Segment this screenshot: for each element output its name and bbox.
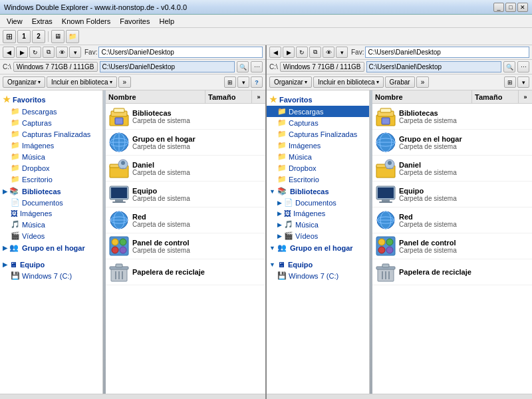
left-sidebar-item-musica2[interactable]: 🎵 Música (0, 219, 102, 230)
table-row[interactable]: Daniel Carpeta de sistema (106, 156, 265, 182)
right-sidebar-item-escritorio[interactable]: 📁 Escritorio (267, 174, 369, 185)
table-row[interactable]: Panel de control Carpeta de sistema (372, 233, 532, 259)
right-sidebar-favorites-header[interactable]: ★ Favoritos (267, 93, 369, 106)
right-path-extra-btn[interactable]: ⋯ (517, 61, 529, 72)
left-address-input[interactable] (98, 47, 263, 58)
left-forward-button[interactable]: ▶ (16, 47, 28, 58)
right-col-size-header[interactable]: Tamaño (472, 90, 519, 103)
left-sidebar-item-escritorio[interactable]: 📁 Escritorio (0, 174, 102, 185)
right-sidebar-item-capturas[interactable]: 📁 Capturas (267, 117, 369, 128)
right-library-btn[interactable]: Incluir en biblioteca ▾ (313, 76, 384, 88)
pane2-btn[interactable]: 2 (32, 30, 45, 43)
right-path-input[interactable] (366, 61, 501, 72)
folder-icon-btn[interactable]: 📁 (66, 30, 79, 43)
left-sidebar-favorites-header[interactable]: ★ Favoritos (0, 93, 102, 106)
left-h-scroll[interactable] (0, 394, 265, 399)
right-forward-button[interactable]: ▶ (283, 47, 295, 58)
right-col-extra-header[interactable]: » (519, 90, 532, 103)
left-col-size-header[interactable]: Tamaño (205, 90, 252, 103)
left-library-btn[interactable]: Incluir en biblioteca ▾ (47, 76, 117, 88)
left-sidebar-equipo-header[interactable]: ▶ 🖥 Equipo (0, 259, 102, 270)
left-drive-badge[interactable]: Windows 7 71GB / 111GB (13, 62, 98, 72)
table-row[interactable]: Papelera de reciclaje (106, 259, 265, 285)
left-sidebar-item-descargas[interactable]: 📁 Descargas (0, 106, 102, 117)
right-view-mode-btn[interactable]: ⊞ (504, 76, 516, 88)
left-sidebar-item-win7[interactable]: 💾 Windows 7 (C:) (0, 270, 102, 281)
menu-extras[interactable]: Extras (28, 16, 57, 27)
right-view-btn[interactable]: 👁 (323, 47, 334, 58)
right-drive-badge[interactable]: Windows 7 71GB / 111GB (280, 62, 364, 72)
right-back-button[interactable]: ◀ (269, 47, 281, 58)
left-path-input[interactable] (100, 61, 235, 72)
monitor-icon-btn[interactable]: 🖥 (51, 30, 65, 43)
left-sidebar-item-musica[interactable]: 📁 Música (0, 151, 102, 162)
right-view2-btn[interactable]: ▾ (336, 47, 348, 58)
right-organize-btn[interactable]: Organizar ▾ (269, 76, 312, 88)
right-col-name-header[interactable]: Nombre (372, 90, 472, 103)
menu-view[interactable]: View (3, 16, 27, 27)
left-sidebar-grupo-header[interactable]: ▶ 👥 Grupo en el hogar (0, 241, 102, 253)
right-view-toggle-btn[interactable]: ▾ (517, 76, 529, 88)
left-sidebar-item-imagenes2[interactable]: 🖼 Imágenes (0, 208, 102, 219)
right-sidebar-item-dropbox[interactable]: 📁 Dropbox (267, 162, 369, 174)
table-row[interactable]: Red Carpeta de sistema (106, 207, 265, 233)
right-sidebar-item-musica2[interactable]: ▶ 🎵 Música (267, 219, 369, 230)
right-h-scroll[interactable] (267, 394, 532, 399)
left-organize-btn[interactable]: Organizar ▾ (3, 76, 45, 88)
left-path-extra-btn[interactable]: ⋯ (251, 61, 263, 72)
left-sidebar-item-videos[interactable]: 🎬 Vídeos (0, 230, 102, 241)
right-refresh-button[interactable]: ↻ (296, 47, 308, 58)
maximize-button[interactable]: □ (505, 3, 516, 12)
right-sidebar-item-musica[interactable]: 📁 Música (267, 151, 369, 162)
table-row[interactable]: Bibliotecas Carpeta de sistema (106, 104, 265, 130)
view-mode-icon-btn[interactable]: ⊞ (3, 30, 16, 43)
right-sidebar-item-imagenes2[interactable]: ▶ 🖼 Imágenes (267, 208, 369, 219)
left-view-mode-btn[interactable]: ⊞ (224, 76, 236, 88)
table-row[interactable]: Red Carpeta de sistema (372, 207, 532, 233)
right-sidebar-item-descargas[interactable]: 📁 Descargas (267, 106, 369, 117)
right-sidebar-item-imagenes[interactable]: 📁 Imágenes (267, 140, 369, 151)
left-help-btn[interactable]: ? (251, 76, 263, 88)
minimize-button[interactable]: _ (493, 3, 504, 12)
table-row[interactable]: Equipo Carpeta de sistema (372, 182, 532, 207)
left-col-name-header[interactable]: Nombre (106, 90, 205, 103)
close-button[interactable]: ✕ (517, 3, 528, 12)
left-view2-btn[interactable]: ▾ (69, 47, 81, 58)
table-row[interactable]: Daniel Carpeta de sistema (372, 156, 532, 182)
left-more-btn[interactable]: » (118, 76, 132, 88)
right-more-btn[interactable]: » (416, 76, 430, 88)
left-sidebar-item-imagenes[interactable]: 📁 Imágenes (0, 140, 102, 151)
left-sidebar-item-capturas[interactable]: 📁 Capturas (0, 117, 102, 128)
right-sidebar-item-capturas-fin[interactable]: 📁 Capturas Finalizadas (267, 128, 369, 140)
table-row[interactable]: Papelera de reciclaje (372, 259, 532, 285)
left-path-search-btn[interactable]: 🔍 (237, 61, 249, 72)
right-sidebar-item-win7[interactable]: 💾 Windows 7 (C:) (267, 270, 369, 281)
right-sidebar-grupo-header[interactable]: ▼ 👥 Grupo en el hogar (267, 241, 369, 253)
right-address-input[interactable] (365, 47, 529, 58)
left-col-extra-header[interactable]: » (252, 90, 265, 103)
table-row[interactable]: Bibliotecas Carpeta de sistema (372, 104, 532, 130)
menu-help[interactable]: Help (155, 16, 178, 27)
right-sidebar-equipo-header[interactable]: ▼ 🖥 Equipo (267, 259, 369, 270)
left-sidebar-item-dropbox[interactable]: 📁 Dropbox (0, 162, 102, 174)
menu-known-folders[interactable]: Known Folders (58, 16, 114, 27)
left-copy-button[interactable]: ⧉ (43, 47, 55, 58)
right-sidebar-bibliotecas-header[interactable]: ▼ 📚 Bibliotecas (267, 185, 369, 197)
left-sidebar-item-capturas-fin[interactable]: 📁 Capturas Finalizadas (0, 128, 102, 140)
left-view-toggle-btn[interactable]: ▾ (237, 76, 249, 88)
left-back-button[interactable]: ◀ (3, 47, 15, 58)
left-sidebar-bibliotecas-header[interactable]: ▶ 📚 Bibliotecas (0, 185, 102, 197)
right-copy-button[interactable]: ⧉ (309, 47, 321, 58)
left-view-btn[interactable]: 👁 (56, 47, 68, 58)
menu-favorites[interactable]: Favorites (116, 16, 154, 27)
table-row[interactable]: Panel de control Carpeta de sistema (106, 233, 265, 259)
right-sidebar-item-documentos[interactable]: ▶ 📄 Documentos (267, 197, 369, 208)
right-sidebar-item-videos[interactable]: ▶ 🎬 Vídeos (267, 230, 369, 241)
right-path-search-btn[interactable]: 🔍 (503, 61, 515, 72)
left-refresh-button[interactable]: ↻ (29, 47, 41, 58)
table-row[interactable]: Grupo en el hogar Carpeta de sistema (106, 130, 265, 156)
right-grabar-btn[interactable]: Grabar (385, 76, 415, 88)
table-row[interactable]: Grupo en el hogar Carpeta de sistema (372, 130, 532, 156)
left-sidebar-item-documentos[interactable]: 📄 Documentos (0, 197, 102, 208)
table-row[interactable]: Equipo Carpeta de sistema (106, 182, 265, 207)
